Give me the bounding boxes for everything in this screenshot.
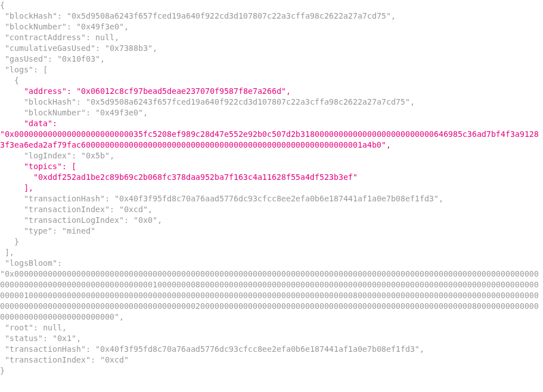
kv-logsBloom-value: "0x0000000000000000000000000000000000000…	[0, 269, 543, 322]
kv-contractAddress: "contractAddress": null,	[0, 32, 543, 43]
kv-log-type: "type": "mined"	[0, 226, 543, 236]
kv-status: "status": "0x1",	[0, 333, 543, 344]
kv-cumulativeGasUsed: "cumulativeGasUsed": "0x7388b3",	[0, 43, 543, 54]
json-receipt-block: {"blockHash": "0x5d9508a6243f657fced19a6…	[0, 0, 543, 376]
kv-gasUsed: "gasUsed": "0x10f03",	[0, 54, 543, 64]
kv-txHash: "transactionHash": "0x40f3f95fd8c70a76aa…	[0, 344, 543, 355]
kv-log-blockNumber: "blockNumber": "0x49f3e0",	[0, 107, 543, 118]
log-brace-open: {	[0, 75, 543, 86]
kv-log-topics: "topics": [	[0, 161, 543, 172]
kv-log-blockHash: "blockHash": "0x5d9508a6243f657fced19a64…	[0, 97, 543, 107]
kv-logsBloom-key: "logsBloom":	[0, 258, 543, 269]
kv-log-data-key: "data":	[0, 118, 543, 129]
brace-close: }	[0, 365, 543, 376]
kv-log-logIndex: "logIndex": "0x5b",	[0, 150, 543, 161]
kv-blockHash: "blockHash": "0x5d9508a6243f657fced19a64…	[0, 11, 543, 21]
kv-log-txLogIndex: "transactionLogIndex": "0x0",	[0, 215, 543, 226]
logs-close: ],	[0, 247, 543, 258]
kv-logs: "logs": [	[0, 64, 543, 75]
kv-log-data-value: "0x000000000000000000000000035fc5208ef98…	[0, 129, 543, 150]
kv-log-txIndex: "transactionIndex": "0xcd",	[0, 204, 543, 215]
kv-root: "root": null,	[0, 322, 543, 333]
brace-open: {	[0, 0, 543, 11]
kv-blockNumber: "blockNumber": "0x49f3e0",	[0, 21, 543, 32]
kv-txIndex: "transactionIndex": "0xcd"	[0, 355, 543, 365]
kv-log-topics-close: ],	[0, 183, 543, 193]
log-brace-close: }	[0, 236, 543, 247]
kv-log-topic0: "0xddf252ad1be2c89b69c2b068fc378daa952ba…	[0, 172, 543, 183]
kv-log-txHash: "transactionHash": "0x40f3f95fd8c70a76aa…	[0, 193, 543, 204]
kv-log-address: "address": "0x06012c8cf97bead5deae237070…	[0, 86, 543, 97]
